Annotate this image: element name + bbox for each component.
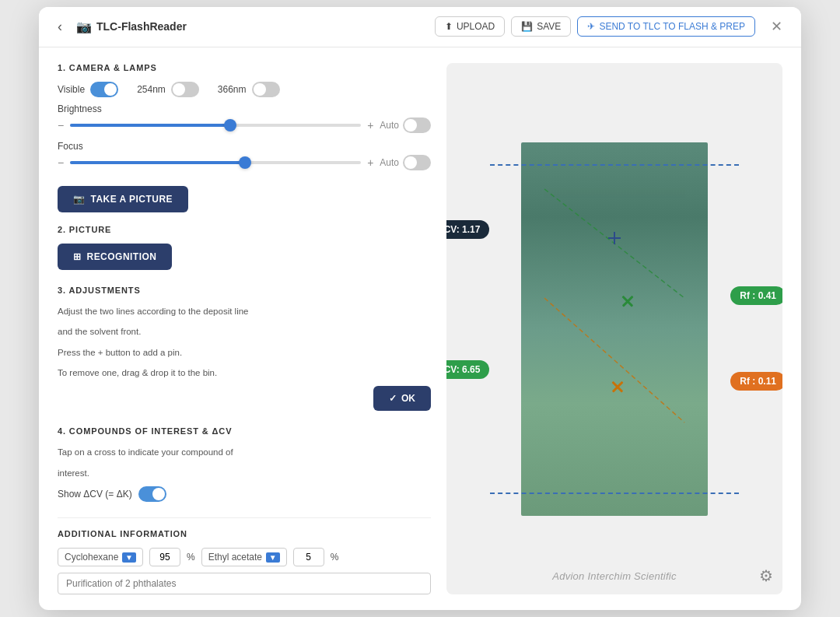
focus-auto-toggle[interactable] [403, 155, 431, 170]
recognition-label: RECOGNITION [86, 251, 156, 262]
send-to-tlc-button[interactable]: ✈ SEND TO TLC TO FLASH & PREP [577, 16, 755, 37]
brightness-label: Brightness [58, 103, 431, 114]
brightness-fill [70, 124, 230, 127]
deposit-line [490, 164, 739, 166]
dcv2-badge: ΔCV: 6.65 [446, 360, 489, 379]
ok-btn-wrap: ✓ OK [58, 386, 431, 411]
brightness-thumb[interactable] [224, 119, 236, 131]
nm366-toggle-group: 366nm [218, 82, 280, 97]
nm254-label: 254nm [137, 84, 166, 95]
gear-button[interactable]: ⚙ [759, 566, 773, 585]
cross-marker-blue[interactable] [608, 232, 621, 244]
focus-label: Focus [58, 141, 431, 152]
adjustments-text4: To remove one, drag & drop it to the bin… [58, 366, 431, 380]
adjustments-section: 3. ADJUSTMENTS Adjust the two lines acco… [58, 286, 431, 412]
brightness-row: Brightness − + Auto [58, 103, 431, 133]
ok-button[interactable]: ✓ OK [373, 386, 431, 411]
adjustments-text1: Adjust the two lines according to the de… [58, 304, 431, 318]
brightness-auto-toggle[interactable] [403, 117, 431, 133]
x-marker-orange[interactable] [611, 380, 625, 394]
percent-symbol2: % [331, 552, 339, 563]
take-picture-button[interactable]: 📷 TAKE A PICTURE [58, 186, 188, 212]
solvent1-chevron-icon: ▼ [122, 552, 136, 563]
nm366-label: 366nm [218, 84, 247, 95]
compounds-section: 4. COMPOUNDS OF INTEREST & ΔCV Tap on a … [58, 426, 431, 502]
camera-icon: 📷 [76, 19, 92, 34]
close-button[interactable]: ✕ [765, 15, 789, 38]
svg-line-1 [544, 298, 684, 422]
plate-wrapper: ΔCV: 1.17 ΔCV: 6.65 Rf : 0.41 Rf : 0.11 [521, 142, 708, 516]
picture-title: 2. PICTURE [58, 225, 431, 234]
focus-row: Focus − + Auto [58, 141, 431, 170]
focus-fill [70, 161, 244, 164]
tlc-image-container: ΔCV: 1.17 ΔCV: 6.65 Rf : 0.41 Rf : 0.11 [446, 63, 782, 594]
visible-toggle[interactable] [90, 82, 118, 97]
dcv1-badge: ΔCV: 1.17 [446, 220, 489, 239]
brightness-plus: + [367, 119, 373, 131]
solvent1-select[interactable]: Cyclohexane ▼ [58, 548, 143, 566]
back-button[interactable]: ‹ [51, 16, 68, 38]
additional-title: ADDITIONAL INFORMATION [58, 529, 431, 538]
adjustments-text3: Press the + button to add a pin. [58, 345, 431, 359]
nm254-toggle-group: 254nm [137, 82, 199, 97]
brightness-slider[interactable] [70, 124, 361, 127]
show-delta-label: Show ΔCV (= ΔK) [58, 489, 132, 500]
recognition-button[interactable]: ⊞ RECOGNITION [58, 244, 172, 270]
camera-lamps-title: 1. CAMERA & LAMPS [58, 63, 431, 72]
focus-slider[interactable] [70, 161, 361, 164]
watermark: Advion Interchim Scientific [552, 570, 676, 582]
compounds-text1: Tap on a cross to indicate your compound… [58, 445, 431, 459]
save-button[interactable]: 💾 SAVE [511, 16, 571, 37]
content-area: 1. CAMERA & LAMPS Visible 254nm 366nm [39, 47, 801, 610]
brightness-auto-group: Auto [380, 117, 431, 133]
rf1-badge: Rf : 0.41 [730, 286, 782, 305]
adjustments-text2: and the solvent front. [58, 324, 431, 338]
title-bar: ‹ 📷 TLC-FlashReader ⬆ UPLOAD 💾 SAVE ✈ SE… [39, 7, 801, 47]
send-icon: ✈ [587, 21, 595, 32]
app-title-text: TLC-FlashReader [96, 20, 187, 33]
title-bar-left: ‹ 📷 TLC-FlashReader [51, 16, 425, 38]
nm366-toggle[interactable] [252, 82, 280, 97]
app-title: 📷 TLC-FlashReader [76, 19, 187, 34]
compounds-title: 4. COMPOUNDS OF INTEREST & ΔCV [58, 426, 431, 436]
upload-label: UPLOAD [457, 21, 495, 32]
notes-input[interactable] [58, 573, 431, 594]
visible-label: Visible [58, 84, 85, 95]
show-delta-toggle[interactable] [138, 486, 166, 502]
save-icon: 💾 [521, 21, 533, 32]
solvent-row: Cyclohexane ▼ % Ethyl acetate ▼ % [58, 548, 431, 566]
send-label: SEND TO TLC TO FLASH & PREP [599, 21, 745, 32]
solvent1-label: Cyclohexane [65, 552, 118, 563]
take-picture-wrap: 📷 TAKE A PICTURE [58, 186, 431, 212]
solvent2-label: Ethyl acetate [208, 552, 262, 563]
app-window: ‹ 📷 TLC-FlashReader ⬆ UPLOAD 💾 SAVE ✈ SE… [39, 7, 801, 610]
camera-lamps-section: 1. CAMERA & LAMPS Visible 254nm 366nm [58, 63, 431, 170]
additional-section: ADDITIONAL INFORMATION Cyclohexane ▼ % E… [58, 517, 431, 594]
solvent2-percent-input[interactable] [293, 548, 324, 566]
nm254-toggle[interactable] [171, 82, 199, 97]
x-marker-green[interactable] [621, 294, 635, 308]
solvent-front-line [490, 493, 739, 494]
focus-thumb[interactable] [239, 156, 251, 169]
focus-slider-wrap: − + Auto [58, 155, 431, 170]
upload-icon: ⬆ [445, 21, 453, 32]
visible-toggle-group: Visible [58, 82, 118, 97]
focus-minus: − [58, 156, 64, 169]
rf2-badge: Rf : 0.11 [730, 372, 782, 391]
upload-button[interactable]: ⬆ UPLOAD [435, 16, 505, 37]
tlc-plate [521, 142, 708, 516]
picture-section: 2. PICTURE ⊞ RECOGNITION [58, 225, 431, 270]
solvent1-percent-input[interactable] [149, 548, 180, 566]
solvent2-chevron-icon: ▼ [266, 552, 280, 563]
lamp-toggles-row: Visible 254nm 366nm [58, 82, 431, 97]
show-delta-row: Show ΔCV (= ΔK) [58, 486, 431, 502]
camera-btn-icon: 📷 [73, 194, 85, 205]
ok-check-icon: ✓ [389, 393, 397, 404]
ok-label: OK [401, 393, 415, 404]
compound-lines-svg [521, 142, 708, 516]
focus-plus: + [367, 156, 373, 169]
right-panel: ΔCV: 1.17 ΔCV: 6.65 Rf : 0.41 Rf : 0.11 … [446, 63, 782, 594]
brightness-minus: − [58, 119, 64, 131]
solvent2-select[interactable]: Ethyl acetate ▼ [201, 548, 287, 566]
left-panel: 1. CAMERA & LAMPS Visible 254nm 366nm [58, 63, 431, 594]
